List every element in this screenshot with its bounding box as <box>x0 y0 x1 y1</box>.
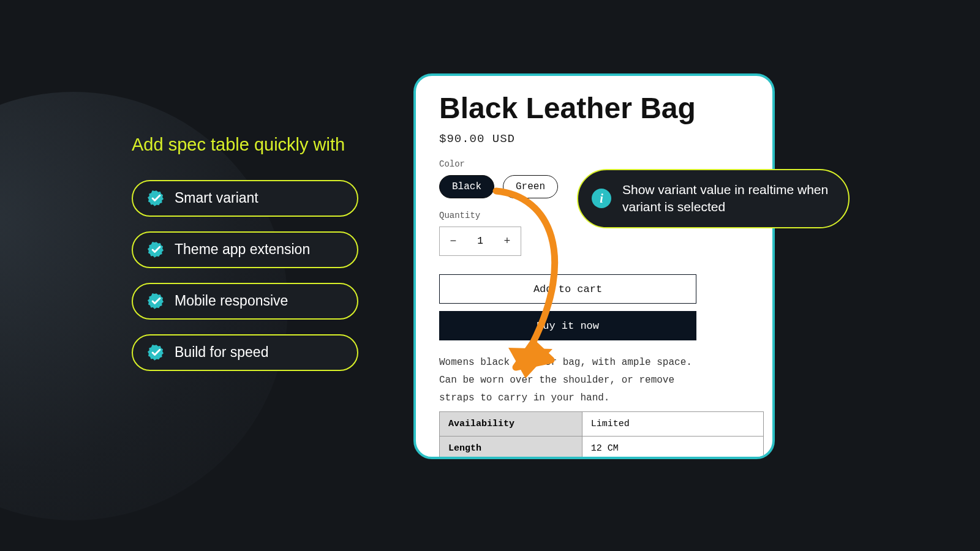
left-panel: Add spec table quickly with Smart varian… <box>132 129 377 386</box>
add-to-cart-button[interactable]: Add to cart <box>439 274 696 304</box>
table-row: Length 12 CM <box>440 437 764 459</box>
spec-val: 12 CM <box>582 437 763 459</box>
feature-label: Theme app extension <box>175 241 310 258</box>
feature-build-speed: Build for speed <box>132 334 358 371</box>
feature-smart-variant: Smart variant <box>132 180 358 217</box>
info-callout: i Show variant value in realtime when va… <box>577 169 850 228</box>
spec-key: Length <box>440 437 582 459</box>
feature-label: Smart variant <box>175 190 258 206</box>
product-description: Womens black leather bag, with ample spa… <box>439 354 709 407</box>
product-title: Black Leather Bag <box>439 91 749 125</box>
info-icon: i <box>592 189 611 208</box>
quantity-increase-button[interactable]: + <box>494 227 521 255</box>
buy-now-button[interactable]: Buy it now <box>439 311 696 340</box>
feature-mobile-responsive: Mobile responsive <box>132 283 358 320</box>
spec-key: Availability <box>440 412 582 437</box>
quantity-stepper: − 1 + <box>439 227 521 256</box>
feature-label: Build for speed <box>175 344 268 361</box>
table-row: Availability Limited <box>440 412 764 437</box>
verified-badge-icon <box>148 344 165 361</box>
verified-badge-icon <box>148 241 165 258</box>
spec-val: Limited <box>582 412 763 437</box>
product-card: Black Leather Bag $90.00 USD Color Black… <box>413 73 775 459</box>
feature-theme-extension: Theme app extension <box>132 231 358 268</box>
spec-table: Availability Limited Length 12 CM Weight… <box>439 411 764 459</box>
product-price: $90.00 USD <box>439 132 749 146</box>
feature-label: Mobile responsive <box>175 293 288 309</box>
color-option-black[interactable]: Black <box>439 175 494 198</box>
quantity-value: 1 <box>467 236 494 247</box>
callout-text: Show variant value in realtime when vari… <box>622 181 831 216</box>
verified-badge-icon <box>148 293 165 310</box>
color-label: Color <box>439 159 749 169</box>
headline: Add spec table quickly with <box>132 129 377 162</box>
verified-badge-icon <box>148 190 165 207</box>
quantity-decrease-button[interactable]: − <box>440 227 467 255</box>
color-option-green[interactable]: Green <box>503 175 558 198</box>
